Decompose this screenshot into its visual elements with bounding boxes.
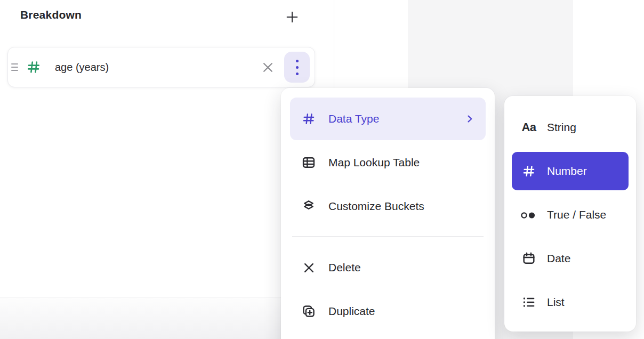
close-icon [261, 60, 275, 75]
calendar-icon [519, 251, 538, 266]
add-breakdown-button[interactable] [281, 6, 303, 28]
plus-icon [285, 10, 300, 25]
submenu-item-number[interactable]: Number [512, 152, 629, 190]
panel-footer [0, 297, 281, 339]
chevron-right-icon [464, 114, 475, 124]
data-type-submenu: Aa String Number True / False [504, 96, 636, 332]
submenu-item-date[interactable]: Date [512, 239, 629, 278]
page-title: Breakdown [20, 9, 82, 21]
menu-divider [292, 236, 484, 237]
hash-icon [301, 111, 317, 126]
boolean-icon [519, 208, 538, 221]
field-label: age (years) [55, 61, 109, 74]
breakdown-panel-page: Breakdown age (years) [0, 0, 644, 339]
menu-item-map-lookup-table[interactable]: Map Lookup Table [290, 141, 486, 184]
menu-item-duplicate[interactable]: Duplicate [290, 290, 486, 333]
duplicate-icon [301, 304, 317, 319]
breakdown-field-chip[interactable]: age (years) [7, 47, 315, 87]
number-type-icon [26, 59, 42, 75]
menu-item-label: Data Type [328, 112, 379, 125]
submenu-item-label: List [547, 296, 565, 309]
layers-icon [301, 199, 317, 214]
menu-item-data-type[interactable]: Data Type [290, 98, 486, 140]
table-icon [301, 155, 317, 170]
submenu-item-true-false[interactable]: True / False [512, 196, 629, 234]
field-context-menu: Data Type Map Lookup Table [281, 88, 495, 339]
submenu-item-label: True / False [547, 208, 606, 221]
string-type-icon: Aa [519, 122, 538, 133]
hash-icon [519, 164, 538, 179]
kebab-icon [296, 60, 299, 75]
menu-item-customize-buckets[interactable]: Customize Buckets [290, 185, 486, 228]
field-more-options-button[interactable] [284, 52, 310, 83]
menu-item-label: Map Lookup Table [328, 156, 420, 169]
submenu-item-string[interactable]: Aa String [512, 108, 629, 147]
submenu-item-list[interactable]: List [512, 283, 629, 321]
x-icon [301, 261, 317, 275]
menu-item-label: Customize Buckets [328, 200, 424, 213]
menu-item-label: Duplicate [328, 305, 375, 318]
submenu-item-label: Number [547, 165, 587, 177]
menu-item-delete[interactable]: Delete [290, 246, 486, 289]
drag-handle-icon[interactable] [11, 63, 19, 71]
submenu-item-label: Date [547, 252, 570, 265]
list-icon [519, 295, 538, 310]
menu-item-label: Delete [328, 261, 361, 274]
submenu-item-label: String [547, 121, 576, 134]
remove-field-button[interactable] [261, 60, 275, 75]
